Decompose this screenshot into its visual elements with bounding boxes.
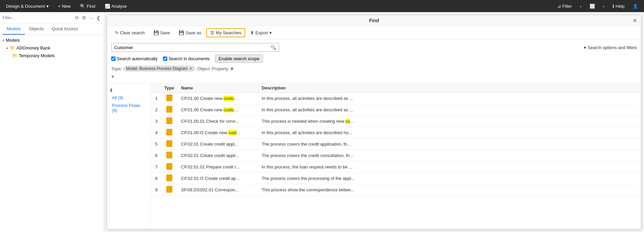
right-main: Find ✕ ✎ Clear search 💾 Save 💾 Save as bbox=[104, 12, 644, 232]
row-name: SP.08.DSS02.01 Correspon... bbox=[178, 184, 258, 196]
results-nav-process-flows[interactable]: Process Flows (9) bbox=[110, 102, 148, 114]
find-nav-item[interactable]: 🔍 Find bbox=[78, 2, 97, 10]
left-sidebar: ⟳ ⧉ ··· ❮ Models Objects Quick Access ▾ … bbox=[0, 12, 104, 232]
row-name: CP.02.01 Create credit appli... bbox=[178, 150, 258, 161]
row-type-icon bbox=[161, 161, 178, 173]
top-nav-right: ⊿ Filter ‹ ⬜ › ℹ Help 👤 bbox=[555, 2, 640, 10]
filter-tags-row: Topic Model: Business Process Diagram ✕ … bbox=[111, 66, 637, 72]
more-icon[interactable]: ··· bbox=[88, 14, 94, 21]
row-type-icon bbox=[161, 104, 178, 116]
results-nav-toggle: ❮ bbox=[110, 87, 148, 92]
window-icon: ⬜ bbox=[590, 4, 595, 9]
bpd-filter-tag[interactable]: Model: Business Process Diagram ✕ bbox=[123, 66, 195, 72]
my-searches-button[interactable]: ☰ My Searches bbox=[206, 28, 245, 37]
row-description: The process covers the credit applicatio… bbox=[258, 139, 641, 150]
app-name-label: Design & Document bbox=[6, 4, 45, 9]
collapse-results-icon[interactable]: ❮ bbox=[110, 88, 113, 92]
find-search-area: 🔍 ▾ Search options and filters Search au… bbox=[107, 40, 641, 83]
row-type-icon bbox=[161, 173, 178, 184]
save-button[interactable]: 💾 Save bbox=[150, 29, 174, 37]
filter-btn[interactable]: ⊿ Filter bbox=[555, 2, 574, 10]
user-icon: 👤 bbox=[633, 4, 638, 9]
refresh-icon[interactable]: ⟳ bbox=[74, 14, 80, 21]
top-nav: Design & Document ▾ + New 🔍 Find 📈 Analy… bbox=[0, 0, 644, 12]
collapse-sidebar-icon[interactable]: ❮ bbox=[96, 14, 101, 21]
table-row[interactable]: 9SP.08.DSS02.01 Correspon...This process… bbox=[151, 184, 641, 196]
row-type-icon bbox=[161, 93, 178, 104]
search-auto-checkbox[interactable]: Search automatically bbox=[111, 56, 158, 61]
sidebar-tabs: Models Objects Quick Access bbox=[0, 24, 104, 35]
table-row[interactable]: 2CP.01.00 Create new custo...In this pro… bbox=[151, 104, 641, 116]
tree-temp-models[interactable]: 📁 Temporary Models bbox=[0, 52, 104, 60]
help-btn[interactable]: ℹ Help bbox=[610, 2, 627, 10]
tree-adomoney[interactable]: ▸ 📁 ADOmoney Bank bbox=[0, 44, 104, 52]
results-nav-all[interactable]: All (9) bbox=[110, 94, 148, 102]
bpd-tag-close-icon[interactable]: ✕ bbox=[189, 66, 192, 71]
table-row[interactable]: 8CP.02.01-O Create credit ap...The proce… bbox=[151, 173, 641, 184]
object-label: Object bbox=[197, 66, 210, 71]
row-description: In this process, all activities are desc… bbox=[258, 93, 641, 104]
search-auto-label: Search automatically bbox=[117, 56, 158, 61]
copy-icon[interactable]: ⧉ bbox=[82, 14, 86, 21]
row-num: 2 bbox=[151, 104, 161, 116]
forward-btn[interactable]: › bbox=[601, 2, 606, 10]
search-options-label: Search options and filters bbox=[588, 45, 637, 50]
find-toolbar: ✎ Clear search 💾 Save 💾 Save as ☰ My Sea… bbox=[107, 26, 641, 40]
analyse-label: Analyse bbox=[112, 4, 127, 9]
topic-label: Topic bbox=[111, 66, 121, 71]
tab-models[interactable]: Models bbox=[3, 24, 25, 35]
search-docs-label: Search in documents bbox=[169, 56, 210, 61]
row-num: 4 bbox=[151, 127, 161, 139]
tree-models-root-label: Models bbox=[6, 38, 20, 43]
table-row[interactable]: 6CP.02.01 Create credit appli...The proc… bbox=[151, 150, 641, 161]
table-row[interactable]: 3CP.01.00.01 Check for conn...This proce… bbox=[151, 116, 641, 127]
clear-search-button[interactable]: ✎ Clear search bbox=[111, 29, 148, 37]
search-docs-checkbox[interactable]: Search in documents bbox=[163, 56, 210, 61]
export-button[interactable]: ⬆ Export ▾ bbox=[247, 29, 275, 37]
search-row: 🔍 ▾ Search options and filters bbox=[111, 43, 637, 52]
filter-icon: ⊿ bbox=[557, 4, 561, 9]
new-icon: + bbox=[58, 4, 61, 9]
search-input[interactable] bbox=[114, 45, 270, 50]
new-nav-item[interactable]: + New bbox=[56, 2, 73, 10]
enable-scope-button[interactable]: Enable search scope bbox=[215, 54, 263, 63]
main-layout: ⟳ ⧉ ··· ❮ Models Objects Quick Access ▾ … bbox=[0, 12, 644, 232]
table-row[interactable]: 4CP.01.00-O Create new cust...In this pr… bbox=[151, 127, 641, 139]
analyse-nav-item[interactable]: 📈 Analyse bbox=[103, 2, 129, 10]
back-icon: ‹ bbox=[580, 4, 582, 9]
row-name: CP.01.00-O Create new cust... bbox=[178, 127, 258, 139]
close-icon[interactable]: ✕ bbox=[633, 17, 637, 24]
results-nav: ❮ All (9) Process Flows (9) bbox=[107, 83, 151, 229]
search-options-button[interactable]: ▾ Search options and filters bbox=[584, 45, 637, 50]
sidebar-filter-input[interactable] bbox=[3, 15, 72, 20]
save-as-button[interactable]: 💾 Save as bbox=[175, 29, 205, 37]
user-btn[interactable]: 👤 bbox=[631, 2, 640, 10]
help-icon: ℹ bbox=[612, 4, 614, 9]
app-name[interactable]: Design & Document ▾ bbox=[4, 2, 51, 10]
row-type-icon bbox=[161, 127, 178, 139]
row-num: 8 bbox=[151, 173, 161, 184]
tab-quick-access[interactable]: Quick Access bbox=[48, 24, 82, 35]
new-label: New bbox=[62, 4, 71, 9]
back-btn[interactable]: ‹ bbox=[578, 2, 584, 10]
row-description: This process show the correspondence bet… bbox=[258, 184, 641, 196]
property-label: Property bbox=[212, 66, 228, 71]
table-row[interactable]: 1CP.01.00 Create new custo...In this pro… bbox=[151, 93, 641, 104]
property-close-icon[interactable]: ✕ bbox=[230, 66, 234, 71]
row-num: 7 bbox=[151, 161, 161, 173]
save-icon: 💾 bbox=[154, 30, 159, 35]
table-row[interactable]: 7CP.02.01.01 Prepare credit r...In this … bbox=[151, 161, 641, 173]
table-row[interactable]: 5CP.02.01 Create credit appl...The proce… bbox=[151, 139, 641, 150]
tab-objects[interactable]: Objects bbox=[25, 24, 48, 35]
add-filter-button[interactable]: + bbox=[111, 74, 637, 80]
results-all-label: All (9) bbox=[112, 95, 123, 100]
window-btn[interactable]: ⬜ bbox=[588, 2, 597, 10]
tree-models-root[interactable]: ▾ Models bbox=[0, 36, 104, 44]
row-num: 1 bbox=[151, 93, 161, 104]
tree-adomoney-label: ADOmoney Bank bbox=[16, 45, 50, 50]
find-results: ❮ All (9) Process Flows (9) bbox=[107, 83, 641, 229]
col-header-description: Description bbox=[258, 83, 641, 93]
results-table: Type Name Description 1CP. bbox=[151, 83, 641, 196]
chevron-right-icon: ▸ bbox=[7, 46, 8, 50]
row-num: 9 bbox=[151, 184, 161, 196]
